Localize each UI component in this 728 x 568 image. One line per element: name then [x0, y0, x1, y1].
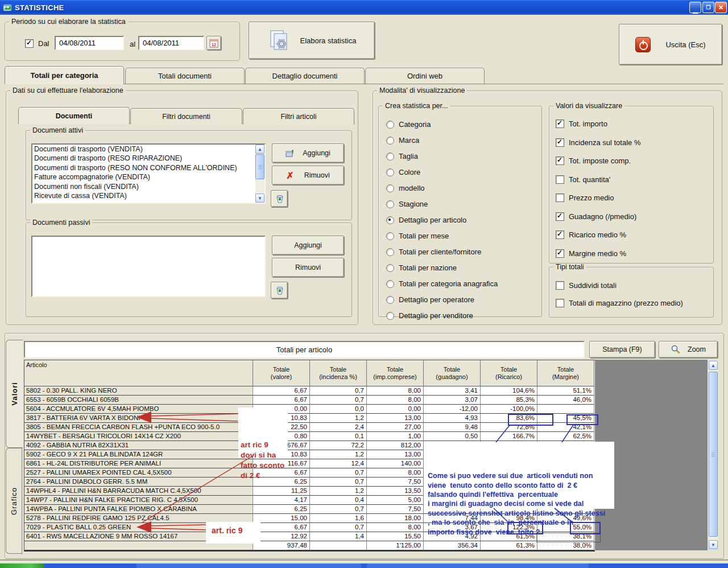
window-title: STATISTICHE [15, 3, 64, 12]
tab-totali-per-categoria[interactable]: Totali per categoria [5, 66, 124, 84]
radio-option[interactable]: Dettaglio per venditore [386, 311, 498, 320]
radio-option[interactable]: Totali per cliente/fornitore [386, 248, 498, 256]
side-tab-valori[interactable]: Valori [6, 340, 23, 448]
checkbox-option[interactable]: Totali di magazzino (prezzo medio) [556, 299, 683, 307]
checkbox-icon[interactable] [556, 231, 564, 239]
list-item[interactable]: Fatture accompagnatorie (VENDITA) [32, 172, 264, 182]
radio-option[interactable]: Colore [386, 168, 498, 176]
radio-icon[interactable] [386, 264, 394, 272]
table-row[interactable]: 5604 - ACCMULATORE 6V 4,5MAH PIOMBO 0,00… [24, 405, 595, 414]
minimize-button[interactable]: ▁ [689, 2, 701, 13]
radio-option[interactable]: Dettaglio per articolo [386, 216, 498, 224]
checkbox-option[interactable]: Ricarico medio % [556, 231, 640, 239]
radio-option[interactable]: Taglia [386, 152, 498, 160]
radio-icon[interactable] [386, 232, 394, 240]
checkbox-option[interactable]: Tot. importo [556, 120, 640, 128]
checkbox-icon[interactable] [556, 175, 564, 184]
tab-dettaglio-documenti[interactable]: Dettaglio documenti [245, 68, 365, 84]
checkbox-icon[interactable] [556, 299, 564, 307]
list-item[interactable]: Documenti non fiscali (VENDITA) [32, 182, 264, 191]
checkbox-option[interactable]: Suddividi totali [556, 281, 683, 290]
grid-scrollbar[interactable]: ▲ ▼ [709, 361, 718, 549]
elabora-statistica-button[interactable]: Elabora statistica [249, 22, 375, 59]
svuota-passivi-button[interactable] [271, 282, 288, 299]
tab-filtri-documenti[interactable]: Filtri documenti [130, 108, 242, 124]
checkbox-option[interactable]: Tot. imposte comp. [556, 157, 640, 165]
documenti-attivi-listbox[interactable]: Documenti di trasporto (VENDITA)Document… [31, 143, 266, 204]
list-item[interactable]: Documenti di trasporto (RESO RIPARAZIONE… [32, 154, 264, 163]
aggiungi-passivi-button[interactable]: Aggiungi [272, 236, 344, 255]
checkbox-option[interactable]: Prezzo medio [556, 194, 640, 202]
radio-icon[interactable] [386, 312, 394, 320]
table-row[interactable]: 5802 - 0.30 PALL. KING NERO 6,67 0,7 8,0… [24, 386, 595, 396]
radio-option[interactable]: Totali per mese [386, 232, 498, 240]
close-button[interactable]: ✕ [715, 2, 727, 13]
dal-checkbox[interactable]: Dal [25, 39, 49, 48]
radio-option[interactable]: Categoria [386, 120, 498, 129]
scroll-down-icon[interactable]: ▼ [709, 540, 718, 549]
checkbox-option[interactable]: Margine medio % [556, 249, 640, 258]
radio-icon[interactable] [386, 137, 394, 145]
calendar-button[interactable]: 12 [206, 36, 221, 50]
aggiungi-attivi-button[interactable]: Aggiungi [272, 143, 344, 163]
attivi-scrollbar[interactable]: ▲ ▼ [255, 145, 264, 203]
svuota-attivi-button[interactable] [271, 190, 288, 207]
list-item[interactable]: Ricevute di cassa (VENDITA) [32, 191, 264, 200]
radio-option[interactable]: Stagione [386, 200, 498, 208]
checkbox-option[interactable]: Incidenza sul totale % [556, 138, 640, 147]
list-item[interactable]: Documenti di trasporto (RESO NON CONFORM… [32, 163, 264, 172]
taskbar-item[interactable] [367, 563, 589, 568]
checkbox-option[interactable]: Guadagno (/pmedio) [556, 212, 640, 221]
table-row[interactable]: 14WYBET - BERSAGLI TRICOLORI 14X14 CZ X2… [24, 432, 595, 441]
checkbox-icon[interactable] [556, 249, 564, 258]
taskbar[interactable] [0, 563, 728, 568]
radio-option[interactable]: modello [386, 184, 498, 192]
documenti-passivi-listbox[interactable] [31, 236, 266, 297]
checkbox-icon[interactable] [556, 120, 564, 128]
stampa-button[interactable]: Stampa (F9) [589, 341, 655, 358]
scroll-up-icon[interactable]: ▲ [255, 145, 264, 154]
uscita-button[interactable]: Uscita (Esc) [619, 24, 722, 65]
tab-ordini-web[interactable]: Ordini web [365, 68, 485, 84]
list-item[interactable]: Documenti di trasporto (VENDITA) [32, 145, 264, 154]
scroll-down-icon[interactable]: ▼ [255, 194, 264, 203]
radio-icon[interactable] [386, 216, 394, 224]
checkbox-icon[interactable] [556, 157, 564, 165]
checkbox-icon[interactable] [556, 138, 564, 147]
tab-documenti[interactable]: Documenti [18, 107, 130, 124]
radio-icon[interactable] [386, 153, 394, 160]
table-row[interactable]: 6553 - 6059B OCCHIALI 6059B 6,67 0,7 8,0… [24, 396, 595, 405]
radio-icon[interactable] [386, 280, 394, 288]
dal-checkbox-box[interactable] [25, 39, 34, 48]
taskbar-item[interactable] [136, 563, 361, 568]
date-from-input[interactable] [55, 36, 124, 50]
start-button[interactable] [0, 563, 44, 568]
rimuovi-attivi-button[interactable]: ✗ Rimuovi [272, 166, 344, 185]
date-to-input[interactable] [138, 36, 204, 50]
checkbox-icon[interactable] [556, 281, 564, 290]
scrollbar-thumb[interactable] [255, 154, 264, 179]
radio-option[interactable]: Totali per nazione [386, 264, 498, 272]
radio-option[interactable]: Dettaglio per operatore [386, 295, 498, 304]
tab-filtri-articoli[interactable]: Filtri articoli [243, 108, 354, 124]
side-tab-grafico[interactable]: Grafico [6, 448, 22, 554]
checkbox-icon[interactable] [556, 194, 564, 202]
rimuovi-passivi-button[interactable]: Rimuovi [272, 258, 344, 277]
radio-option[interactable]: Marca [386, 136, 498, 145]
radio-icon[interactable] [386, 200, 394, 208]
radio-icon[interactable] [386, 296, 394, 304]
checkbox-option[interactable]: Tot. quantita' [556, 175, 640, 184]
maximize-button[interactable]: ❐ [702, 2, 714, 13]
zoom-button[interactable]: Zoom [659, 341, 718, 358]
scroll-up-icon[interactable]: ▲ [709, 361, 718, 370]
checkbox-icon[interactable] [556, 212, 564, 221]
table-row[interactable]: 937,48 1'125,00 356,34 61,3% 38,0% [24, 541, 595, 550]
app-icon [3, 3, 12, 12]
radio-icon[interactable] [386, 248, 394, 256]
scrollbar-thumb[interactable] [709, 372, 718, 537]
radio-icon[interactable] [386, 121, 394, 129]
radio-option[interactable]: Totali per categoria anagrafica [386, 279, 498, 288]
radio-icon[interactable] [386, 168, 394, 176]
radio-icon[interactable] [386, 184, 394, 192]
tab-totali-documenti[interactable]: Totali documenti [125, 68, 245, 84]
